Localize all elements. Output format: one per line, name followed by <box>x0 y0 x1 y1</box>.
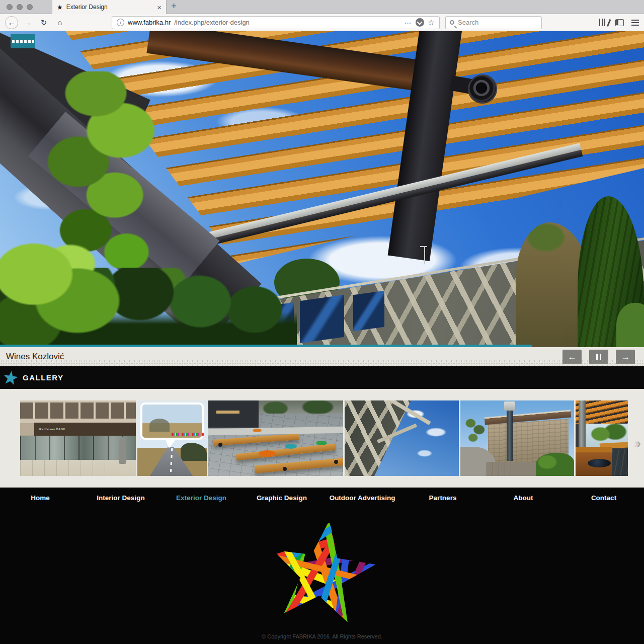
pause-icon <box>596 354 601 360</box>
bench-wheel <box>334 460 338 464</box>
url-path: /index.php/exterior-design <box>174 19 250 26</box>
thumbnail-lattice-structure[interactable] <box>345 400 459 476</box>
bookmark-star-icon[interactable]: ☆ <box>428 19 435 27</box>
fabrika-logo-wrap <box>0 513 644 629</box>
slideshow-prev-button[interactable]: ← <box>562 350 582 364</box>
site-info-icon[interactable]: i <box>117 19 124 26</box>
browser-toolbar: ← → ↻ ⌂ i www.fabrika.hr /index.php/exte… <box>0 14 644 31</box>
hero-antenna <box>424 247 425 264</box>
tab-favicon-star-icon: ★ <box>57 4 63 11</box>
bench-wheel <box>283 467 287 471</box>
menu-icon[interactable] <box>631 20 639 26</box>
minimize-window-button[interactable] <box>17 4 23 10</box>
tab-close-icon[interactable]: × <box>157 4 162 11</box>
nav-item-about[interactable]: About <box>483 488 564 509</box>
search-placeholder: Search <box>458 19 478 26</box>
wooden-bench <box>213 434 299 446</box>
window-controls[interactable] <box>7 4 33 10</box>
terrace-bowl <box>588 459 611 467</box>
hero-slideshow-image <box>0 31 644 347</box>
thumbnail-pergola-terrace[interactable] <box>576 400 628 476</box>
bench-disc-teal <box>285 444 297 449</box>
stone-house-bushes <box>536 453 574 476</box>
gallery-star-icon <box>3 370 19 386</box>
nav-item-exterior-design[interactable]: Exterior Design <box>161 488 242 509</box>
tab-title: Exterior Design <box>66 4 154 11</box>
search-icon <box>450 20 454 25</box>
fabrika-ribbon-star-logo[interactable] <box>264 513 380 629</box>
copyright-text: © Copyright FABRIKA 2016. All Rights Res… <box>0 633 644 639</box>
bench-wheel <box>218 443 222 447</box>
nav-item-interior-design[interactable]: Interior Design <box>80 488 161 509</box>
stone-house-tree <box>463 414 488 446</box>
reload-button[interactable]: ↻ <box>37 16 50 29</box>
stone-retaining-wall <box>487 462 542 476</box>
hero-antenna-bar <box>420 246 427 247</box>
url-domain: www.fabrika.hr <box>128 19 171 26</box>
bubble-billboards <box>172 433 204 436</box>
bench-disc-green <box>316 441 327 445</box>
bank-statue <box>119 437 126 464</box>
hero-foliage-bottom-left <box>0 243 136 347</box>
lattice-wall <box>345 400 459 476</box>
plaza-trees <box>259 400 343 414</box>
stone-house-chimney <box>507 405 513 461</box>
browser-tab[interactable]: ★ Exterior Design × <box>52 0 167 14</box>
slideshow-controls: ← → <box>562 350 635 364</box>
gallery-header-bar: GALLERY <box>0 366 644 389</box>
carousel-next-arrow[interactable]: › <box>636 437 641 450</box>
thumbnail-stone-house[interactable] <box>460 400 574 476</box>
building-window <box>353 291 384 332</box>
slideshow-pause-button[interactable] <box>589 350 608 364</box>
slideshow-pagination-dots[interactable] <box>11 34 35 48</box>
browser-titlebar: ★ Exterior Design × + <box>0 0 644 14</box>
close-window-button[interactable] <box>7 4 13 10</box>
nav-item-graphic-design[interactable]: Graphic Design <box>242 488 322 509</box>
plaza-counter <box>216 411 239 414</box>
nav-item-home[interactable]: Home <box>0 488 80 509</box>
thumbnail-raiffeisen-bank[interactable]: Raiffeisen BANK <box>20 400 136 476</box>
page-actions-icon[interactable]: ⋯ <box>405 19 412 27</box>
speech-bubble-tail <box>166 440 176 448</box>
hero-vine-leaves <box>30 71 176 268</box>
wooden-bench <box>255 458 343 473</box>
back-button[interactable]: ← <box>5 16 18 29</box>
slideshow-next-button[interactable]: → <box>616 350 635 364</box>
bank-sign: Raiffeisen BANK <box>34 423 136 436</box>
main-navigation: Home Interior Design Exterior Design Gra… <box>0 488 644 509</box>
bank-window-row <box>20 403 136 419</box>
plaza-walkway <box>208 427 343 436</box>
building-window <box>300 295 344 343</box>
sidebar-icon[interactable] <box>615 19 624 26</box>
nav-item-partners[interactable]: Partners <box>403 488 483 509</box>
plaza-building <box>208 400 259 428</box>
slide-caption: Wines Kozlović <box>6 352 64 362</box>
hero-spotlight <box>468 74 497 104</box>
chimney-cap <box>504 401 515 411</box>
thumbnail-road-billboards[interactable] <box>137 400 207 476</box>
thumbnail-row: Raiffeisen BANK <box>0 389 644 476</box>
bench-disc-orange-small <box>253 429 262 432</box>
site-footer: Home Interior Design Exterior Design Gra… <box>0 488 644 644</box>
nav-item-contact[interactable]: Contact <box>564 488 644 509</box>
bench-disc-orange <box>259 450 276 457</box>
bubble-trees <box>149 419 170 432</box>
library-icon[interactable] <box>599 19 608 26</box>
pagination-dots-row <box>12 40 34 43</box>
gallery-thumbnail-strip: Raiffeisen BANK <box>0 389 644 488</box>
new-tab-button[interactable]: + <box>171 1 177 12</box>
forward-button[interactable]: → <box>21 16 34 29</box>
nav-item-outdoor-advertising[interactable]: Outdoor Advertising <box>322 488 403 509</box>
url-bar[interactable]: i www.fabrika.hr /index.php/exterior-des… <box>112 16 440 29</box>
thumbnail-wooden-benches[interactable] <box>208 400 343 476</box>
home-button[interactable]: ⌂ <box>53 16 66 29</box>
speech-bubble-photo <box>140 403 204 440</box>
zoom-window-button[interactable] <box>27 4 33 10</box>
slideshow-caption-bar: Wines Kozlović ← → <box>0 347 644 366</box>
gallery-title: GALLERY <box>23 373 64 382</box>
pocket-icon[interactable] <box>416 18 424 27</box>
search-input[interactable]: Search <box>445 16 542 29</box>
